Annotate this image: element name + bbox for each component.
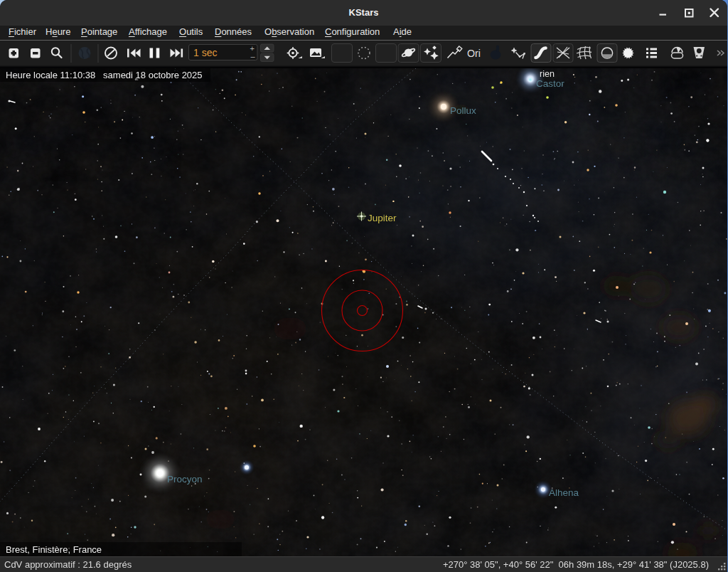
svg-text:Procyon: Procyon [167, 474, 203, 484]
svg-text:rien: rien [540, 69, 555, 79]
svg-text:Ori: Ori [467, 48, 481, 59]
svg-text:Alhena: Alhena [549, 487, 579, 498]
svg-text:Jupiter: Jupiter [368, 213, 397, 223]
svg-text:Brest, Finistère, France: Brest, Finistère, France [6, 544, 102, 555]
svg-text:1 sec: 1 sec [193, 47, 217, 58]
svg-text:Pollux: Pollux [450, 105, 476, 116]
svg-text:–: – [251, 52, 256, 60]
svg-text:Heure locale 11:10:38 samedi: Heure locale 11:10:38 samedi 18 octobre … [6, 70, 203, 80]
svg-text:Castor: Castor [536, 78, 564, 89]
